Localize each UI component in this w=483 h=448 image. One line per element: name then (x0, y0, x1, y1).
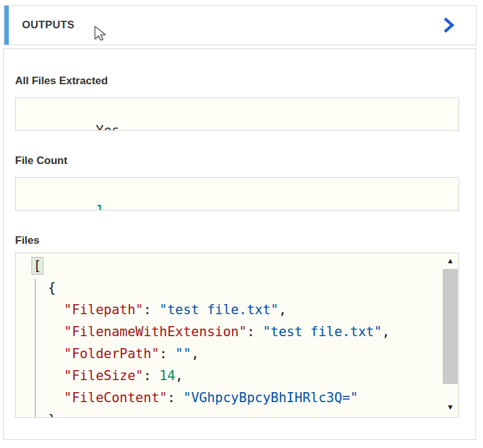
code-line: [ (32, 255, 442, 277)
code-line: "FileSize": 14, (32, 365, 442, 387)
file-count-value[interactable]: 1 (15, 177, 459, 210)
code-line: "FileContent": "VGhpcyBpcyBhIHRlc3Q=" (32, 387, 442, 409)
field-files: Files [ { "Filepath": "test file.txt", "… (15, 234, 458, 418)
outputs-title: OUTPUTS (22, 6, 74, 45)
code-line: "Filepath": "test file.txt", (32, 299, 442, 321)
all-files-extracted-label: All Files Extracted (15, 75, 458, 87)
outputs-body: All Files Extracted Yes File Count 1 Fil… (3, 48, 476, 440)
value-text: 1 (96, 203, 104, 210)
code-line: { (32, 277, 442, 299)
json-code[interactable]: [ { "Filepath": "test file.txt", "Filena… (16, 253, 442, 417)
scrollbar[interactable]: ▲ ▼ (442, 253, 458, 417)
all-files-extracted-value[interactable]: Yes (15, 97, 459, 131)
accent-bar (4, 6, 9, 45)
indent-guide (35, 279, 36, 417)
files-label: Files (15, 234, 458, 246)
chevron-right-icon[interactable] (444, 18, 455, 33)
scrollbar-thumb[interactable] (443, 269, 458, 384)
file-count-label: File Count (15, 155, 458, 167)
code-line: "FilenameWithExtension": "test file.txt"… (32, 321, 442, 343)
files-json-viewer[interactable]: [ { "Filepath": "test file.txt", "Filena… (15, 253, 459, 418)
scroll-up-icon[interactable]: ▲ (442, 256, 458, 266)
field-file-count: File Count 1 (15, 155, 458, 210)
field-all-files-extracted: All Files Extracted Yes (15, 75, 458, 131)
code-line: "FolderPath": "", (32, 343, 442, 365)
code-line: } (32, 409, 442, 417)
mouse-cursor-icon (92, 25, 109, 43)
value-text: Yes (96, 123, 119, 131)
outputs-header[interactable]: OUTPUTS (4, 5, 477, 45)
outputs-panel: OUTPUTS All Files Extracted Yes File Cou… (0, 0, 483, 448)
scroll-down-icon[interactable]: ▼ (442, 402, 458, 412)
